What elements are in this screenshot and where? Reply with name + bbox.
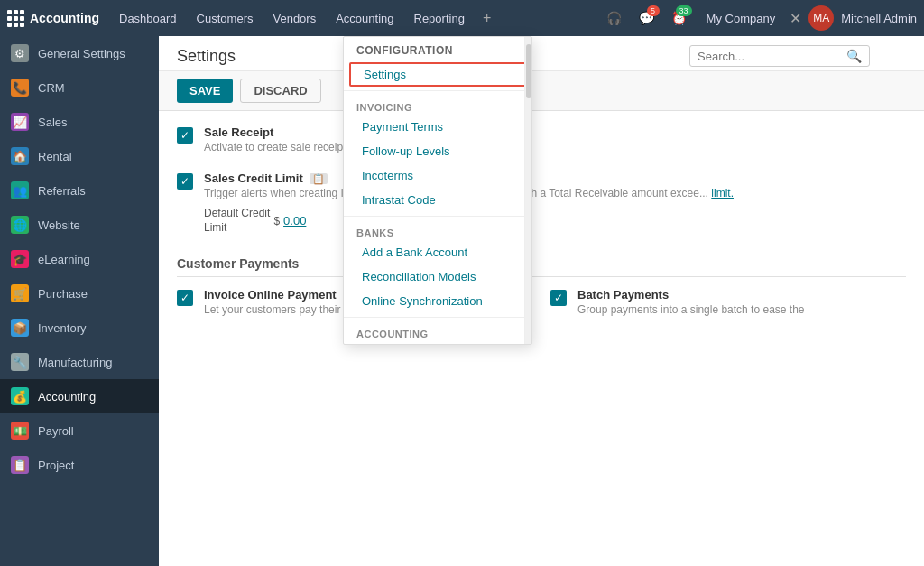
rental-icon: 🏠 bbox=[11, 147, 29, 165]
brand-name: Accounting bbox=[30, 11, 99, 25]
sidebar-item-rental[interactable]: 🏠 Rental bbox=[0, 139, 159, 173]
credit-limit-link[interactable]: limit. bbox=[711, 187, 734, 199]
accounting-icon: 💰 bbox=[11, 387, 29, 405]
purchase-icon: 🛒 bbox=[11, 284, 29, 302]
sidebar-item-elearning[interactable]: 🎓 eLearning bbox=[0, 242, 159, 276]
sidebar-item-accounting[interactable]: 💰 Accounting bbox=[0, 379, 159, 413]
dropdown-divider-3 bbox=[344, 317, 531, 318]
sales-icon: 📈 bbox=[11, 113, 29, 131]
nav-reporting[interactable]: Reporting bbox=[405, 6, 474, 31]
wrench-icon[interactable]: ✕ bbox=[790, 10, 801, 27]
save-button[interactable]: SAVE bbox=[177, 79, 233, 103]
sale-receipt-checkbox[interactable] bbox=[177, 127, 193, 144]
sidebar-item-general-settings[interactable]: ⚙ General Settings bbox=[0, 36, 159, 70]
topbar-right: 🎧 💬 5 ⏰ 33 My Company ✕ MA Mitchell Admi… bbox=[602, 5, 917, 31]
topbar: Accounting Dashboard Customers Vendors A… bbox=[0, 0, 924, 36]
sidebar-item-referrals[interactable]: 👥 Referrals bbox=[0, 173, 159, 208]
dropdown-settings-item[interactable]: Settings bbox=[349, 62, 526, 87]
search-icon: 🔍 bbox=[846, 49, 862, 63]
nav-customers[interactable]: Customers bbox=[188, 6, 263, 31]
action-bar: SAVE DISCARD bbox=[159, 71, 924, 111]
chat-badge: 5 bbox=[647, 5, 660, 16]
sidebar-label-referrals: Referrals bbox=[38, 184, 86, 198]
batch-payments-info: Batch Payments Group payments into a sin… bbox=[578, 288, 805, 316]
top-nav: Dashboard Customers Vendors Accounting R… bbox=[110, 6, 498, 31]
dropdown-chart-of-accounts[interactable]: Chart of Accounts bbox=[344, 341, 531, 344]
sidebar-label-elearning: eLearning bbox=[38, 253, 90, 266]
dropdown-followup-levels[interactable]: Follow-up Levels bbox=[344, 139, 531, 163]
dropdown-incoterms[interactable]: Incoterms bbox=[344, 163, 531, 188]
dropdown-scrollbar bbox=[524, 37, 531, 344]
sidebar-label-general-settings: General Settings bbox=[38, 47, 125, 60]
activity-icon[interactable]: ⏰ 33 bbox=[667, 5, 692, 31]
sidebar-label-purchase: Purchase bbox=[38, 287, 88, 301]
sidebar-item-website[interactable]: 🌐 Website bbox=[0, 208, 159, 242]
sidebar-label-sales: Sales bbox=[38, 116, 68, 129]
dropdown-divider-1 bbox=[344, 90, 531, 91]
sidebar-label-rental: Rental bbox=[38, 150, 72, 163]
chat-icon[interactable]: 💬 5 bbox=[634, 5, 660, 31]
customer-payments-row: Invoice Online Payment Let your customer… bbox=[177, 288, 906, 334]
dropdown-invoicing-label: Invoicing bbox=[344, 95, 531, 115]
sales-credit-limit-setting: Sales Credit Limit 📋 Trigger alerts when… bbox=[177, 172, 906, 235]
dollar-sign: $ bbox=[273, 215, 280, 227]
nav-accounting[interactable]: Accounting bbox=[327, 6, 402, 31]
sidebar-item-purchase[interactable]: 🛒 Purchase bbox=[0, 276, 159, 311]
main-content: Settings 🔍 SAVE DISCARD Sale Receipt Act… bbox=[159, 36, 924, 566]
dropdown-header: Configuration bbox=[344, 37, 531, 60]
sidebar-label-crm: CRM bbox=[38, 81, 65, 95]
batch-payments-setting: Batch Payments Group payments into a sin… bbox=[550, 288, 906, 316]
dropdown-payment-terms[interactable]: Payment Terms bbox=[344, 115, 531, 139]
inventory-icon: 📦 bbox=[11, 319, 29, 337]
customer-payments-section: Customer Payments bbox=[177, 256, 906, 277]
sale-receipt-info: Sale Receipt Activate to create sale rec… bbox=[204, 125, 346, 153]
sidebar-item-manufacturing[interactable]: 🔧 Manufacturing bbox=[0, 345, 159, 379]
sidebar-label-manufacturing: Manufacturing bbox=[38, 356, 112, 369]
nav-dashboard[interactable]: Dashboard bbox=[110, 6, 186, 31]
apps-icon[interactable] bbox=[7, 10, 24, 27]
dropdown-scroll: Configuration Settings Invoicing Payment… bbox=[344, 37, 531, 344]
nav-add-button[interactable]: + bbox=[476, 6, 498, 30]
batch-payments-label: Batch Payments bbox=[578, 288, 805, 302]
dropdown-online-synchronization[interactable]: Online Synchronization bbox=[344, 289, 531, 313]
nav-vendors[interactable]: Vendors bbox=[263, 6, 325, 31]
sidebar-label-inventory: Inventory bbox=[38, 321, 86, 335]
search-input[interactable] bbox=[698, 50, 846, 63]
sidebar-item-sales[interactable]: 📈 Sales bbox=[0, 105, 159, 139]
referrals-icon: 👥 bbox=[11, 181, 29, 199]
sales-credit-limit-icon: 📋 bbox=[310, 173, 328, 184]
dropdown-scroll-thumb bbox=[526, 44, 531, 98]
sidebar-label-payroll: Payroll bbox=[38, 424, 74, 438]
sidebar-item-inventory[interactable]: 📦 Inventory bbox=[0, 311, 159, 345]
sidebar-item-crm[interactable]: 📞 CRM bbox=[0, 70, 159, 105]
sales-credit-limit-checkbox[interactable] bbox=[177, 173, 193, 190]
headset-icon[interactable]: 🎧 bbox=[602, 5, 627, 31]
sidebar-item-payroll[interactable]: 💵 Payroll bbox=[0, 413, 159, 448]
website-icon: 🌐 bbox=[11, 216, 29, 234]
brand[interactable]: Accounting bbox=[7, 10, 99, 27]
settings-content: Sale Receipt Activate to create sale rec… bbox=[159, 111, 924, 348]
activity-badge: 33 bbox=[676, 5, 692, 16]
dropdown-reconciliation-models[interactable]: Reconciliation Models bbox=[344, 264, 531, 289]
sidebar-label-accounting: Accounting bbox=[38, 390, 96, 404]
sidebar-label-project: Project bbox=[38, 459, 74, 472]
limit-label: Limit bbox=[204, 221, 270, 236]
crm-icon: 📞 bbox=[11, 79, 29, 97]
discard-button[interactable]: DISCARD bbox=[240, 79, 320, 103]
sidebar-item-project[interactable]: 📋 Project bbox=[0, 448, 159, 482]
dropdown-intrastat-code[interactable]: Intrastat Code bbox=[344, 188, 531, 212]
sidebar: ⚙ General Settings 📞 CRM 📈 Sales 🏠 Renta… bbox=[0, 36, 159, 566]
dropdown-add-bank-account[interactable]: Add a Bank Account bbox=[344, 240, 531, 264]
payroll-icon: 💵 bbox=[11, 422, 29, 440]
dropdown-divider-2 bbox=[344, 216, 531, 217]
user-avatar[interactable]: MA bbox=[808, 5, 834, 31]
sidebar-label-website: Website bbox=[38, 218, 80, 232]
elearning-icon: 🎓 bbox=[11, 250, 29, 268]
configuration-dropdown: Configuration Settings Invoicing Payment… bbox=[343, 36, 532, 345]
project-icon: 📋 bbox=[11, 456, 29, 474]
batch-payments-checkbox[interactable] bbox=[550, 290, 567, 306]
credit-value[interactable]: 0.00 bbox=[283, 214, 306, 227]
search-bar[interactable]: 🔍 bbox=[689, 45, 870, 67]
invoice-online-payment-checkbox[interactable] bbox=[177, 290, 193, 306]
company-selector[interactable]: My Company bbox=[699, 8, 783, 29]
